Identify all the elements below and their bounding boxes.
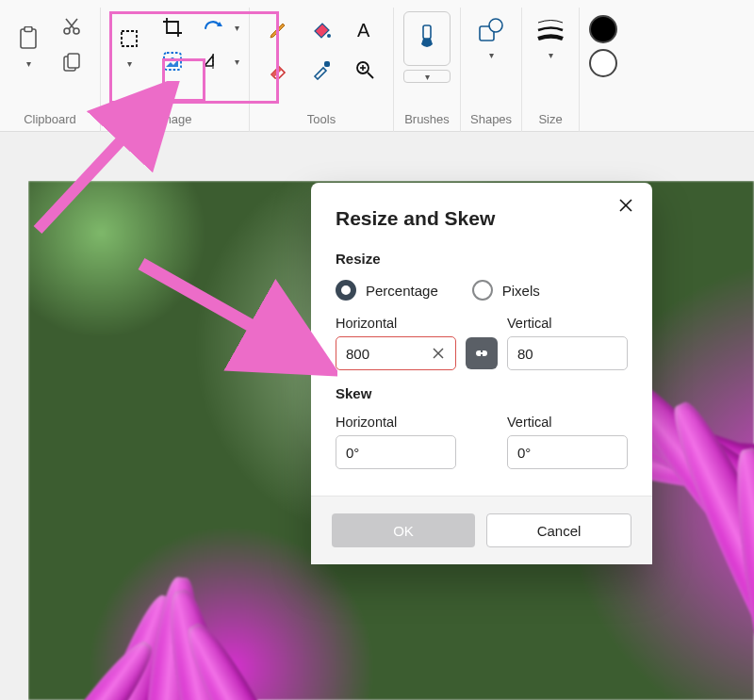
fill-button[interactable]: [303, 11, 340, 49]
clear-x-icon: [433, 348, 444, 359]
resize-vertical-value[interactable]: [517, 346, 617, 362]
color-2-swatch[interactable]: [589, 49, 617, 77]
group-size: ▾ Size: [522, 8, 580, 132]
text-button[interactable]: A: [346, 11, 384, 49]
shapes-button[interactable]: [472, 11, 510, 49]
text-icon: A: [354, 20, 375, 41]
scissors-icon: [62, 17, 81, 36]
radio-pixels[interactable]: Pixels: [472, 280, 540, 301]
resize-horizontal-label: Horizontal: [336, 316, 456, 331]
flip-dropdown[interactable]: ▾: [235, 56, 239, 67]
radio-percentage-label: Percentage: [366, 283, 438, 299]
magnifier-button[interactable]: [346, 51, 384, 89]
radio-pixels-label: Pixels: [502, 283, 540, 299]
ribbon: ▾ Clipboard: [0, 0, 754, 132]
paste-dropdown[interactable]: ▾: [26, 57, 31, 69]
skew-vertical-label: Vertical: [507, 415, 628, 430]
svg-line-18: [368, 73, 373, 78]
skew-heading: Skew: [336, 385, 628, 401]
radio-percentage[interactable]: Percentage: [336, 280, 438, 301]
cancel-button[interactable]: Cancel: [486, 513, 631, 547]
radio-circle-icon: [472, 280, 493, 301]
group-shapes: ▾ Shapes: [461, 8, 522, 132]
size-button[interactable]: [532, 11, 569, 49]
rotate-dropdown[interactable]: ▾: [235, 22, 239, 33]
clear-input-button[interactable]: [431, 346, 446, 362]
resize-vertical-label: Vertical: [507, 316, 628, 331]
group-colors: [580, 8, 634, 132]
flip-button[interactable]: [197, 45, 229, 77]
pencil-icon: [268, 20, 288, 41]
brushes-dropdown[interactable]: ▾: [403, 70, 451, 83]
close-icon: [619, 199, 632, 212]
svg-rect-21: [423, 25, 431, 39]
brushes-button[interactable]: [403, 11, 451, 66]
dialog-title: Resize and Skew: [336, 207, 628, 230]
magnifier-icon: [354, 59, 375, 80]
cut-button[interactable]: [53, 11, 90, 41]
bucket-icon: [311, 20, 332, 41]
select-button[interactable]: [110, 20, 148, 57]
group-clipboard: ▾ Clipboard: [0, 8, 101, 132]
aspect-ratio-lock-button[interactable]: [466, 337, 498, 369]
crop-button[interactable]: [154, 11, 191, 43]
svg-rect-1: [25, 27, 32, 32]
svg-rect-16: [324, 61, 330, 67]
svg-rect-8: [122, 31, 137, 46]
crop-icon: [162, 17, 183, 38]
paste-icon: [18, 26, 39, 51]
resize-button[interactable]: [154, 45, 191, 77]
shapes-icon: [477, 16, 505, 44]
group-shapes-label: Shapes: [470, 112, 512, 132]
copy-button[interactable]: [53, 47, 90, 77]
dialog-button-row: OK Cancel: [311, 496, 652, 564]
brush-icon: [415, 24, 439, 54]
size-dropdown[interactable]: ▾: [549, 49, 553, 60]
svg-text:A: A: [357, 20, 370, 41]
rotate-icon: [203, 19, 223, 36]
flip-icon: [203, 53, 223, 70]
color-picker-button[interactable]: [303, 51, 340, 89]
eraser-icon: [268, 59, 288, 80]
resize-horizontal-value[interactable]: [346, 346, 431, 362]
ok-button[interactable]: OK: [332, 513, 475, 547]
group-tools-label: Tools: [307, 112, 336, 132]
resize-horizontal-input[interactable]: [336, 336, 456, 370]
resize-vertical-input[interactable]: [507, 336, 628, 370]
skew-horizontal-input[interactable]: [336, 435, 456, 469]
group-brushes-label: Brushes: [404, 112, 450, 132]
select-rect-icon: [119, 28, 139, 49]
svg-point-14: [327, 34, 331, 38]
paste-button[interactable]: [9, 20, 47, 57]
svg-marker-12: [205, 56, 213, 66]
svg-rect-7: [68, 54, 79, 68]
resize-icon: [161, 50, 184, 73]
resize-unit-radio-group: Percentage Pixels: [336, 280, 628, 301]
dialog-close-button[interactable]: [613, 192, 639, 219]
skew-horizontal-value[interactable]: [346, 445, 446, 461]
rotate-button[interactable]: [197, 11, 229, 43]
group-image-label: Image: [157, 112, 191, 132]
cancel-button-label: Cancel: [537, 523, 582, 539]
size-icon: [536, 19, 565, 41]
color-1-swatch[interactable]: [589, 15, 617, 43]
copy-icon: [63, 53, 80, 72]
eyedropper-icon: [311, 59, 332, 80]
group-image: ▾: [101, 8, 250, 132]
eraser-button[interactable]: [259, 51, 297, 89]
shapes-dropdown[interactable]: ▾: [489, 49, 494, 60]
group-size-label: Size: [538, 112, 562, 132]
group-clipboard-label: Clipboard: [24, 112, 76, 132]
skew-vertical-value[interactable]: [517, 445, 617, 461]
pencil-button[interactable]: [259, 11, 297, 49]
skew-horizontal-label: Horizontal: [336, 415, 456, 430]
ok-button-label: OK: [393, 523, 414, 539]
group-tools: A Tools: [250, 8, 394, 132]
radio-circle-icon: [336, 280, 356, 301]
link-icon: [473, 345, 490, 362]
svg-point-10: [171, 57, 174, 61]
select-dropdown[interactable]: ▾: [127, 57, 132, 69]
resize-heading: Resize: [336, 251, 628, 267]
skew-vertical-input[interactable]: [507, 435, 628, 469]
resize-skew-dialog: Resize and Skew Resize Percentage Pixels…: [311, 183, 652, 564]
